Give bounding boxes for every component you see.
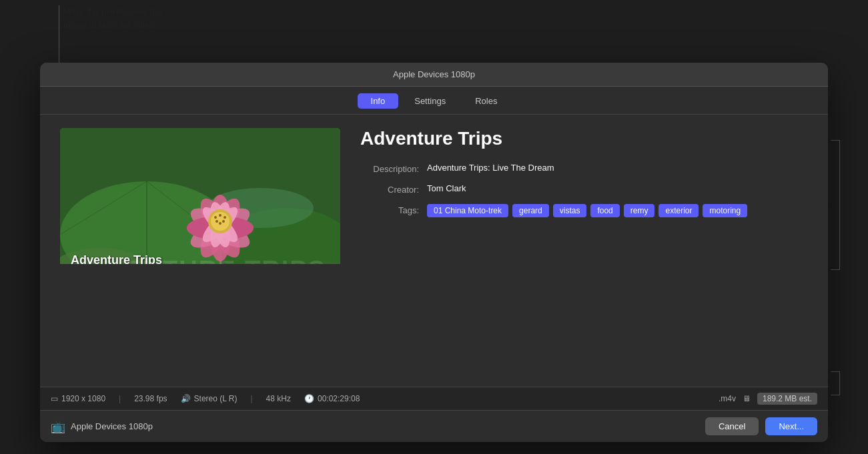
device-info: 📺 Apple Devices 1080p (51, 419, 153, 434)
content-spacer (40, 264, 828, 387)
info-panel: Adventure Trips Description: Adventure T… (360, 128, 808, 251)
sep2: | (250, 394, 252, 403)
device-icon: 📺 (51, 419, 65, 434)
thumbnail-title: Adventure Trips (71, 253, 162, 264)
pointer-annotation: Move the pointer over theimage to skim t… (63, 5, 237, 31)
video-thumbnail[interactable]: ADVENTURE TRIPS Adventure Trips Live the… (60, 128, 340, 264)
tags-container: 01 China Moto-trekgerardvistasfoodremyex… (427, 204, 747, 217)
monitor-icon: ▭ (51, 394, 58, 403)
tag-item: remy (624, 204, 655, 217)
creator-label: Creator: (360, 183, 427, 195)
tag-item: gerard (512, 204, 549, 217)
dialog-title: Apple Devices 1080p (393, 69, 475, 79)
creator-row: Creator: Tom Clark (360, 183, 808, 195)
svg-point-21 (214, 216, 217, 219)
tag-item: food (590, 204, 619, 217)
export-dialog: Apple Devices 1080p Info Settings Roles (40, 63, 828, 442)
dialog-content: ADVENTURE TRIPS Adventure Trips Live the… (40, 115, 828, 264)
tag-item: exterior (659, 204, 699, 217)
device-label: Apple Devices 1080p (71, 421, 153, 431)
duration-value: 00:02:29:08 (318, 394, 360, 403)
dialog-titlebar: Apple Devices 1080p (40, 63, 828, 87)
sample-rate-value: 48 kHz (266, 394, 291, 403)
tags-label: Tags: (360, 204, 427, 215)
file-format-value: .m4v (719, 394, 736, 403)
thumbnail-overlay: Adventure Trips Live the dream (71, 253, 162, 264)
framerate-value: 23.98 fps (134, 394, 167, 403)
tag-item: vistas (553, 204, 587, 217)
speaker-icon: 🔊 (181, 394, 191, 403)
duration-item: 🕐 00:02:29:08 (304, 394, 360, 403)
tag-item: 01 China Moto-trek (427, 204, 508, 217)
resolution-item: ▭ 1920 x 1080 (51, 394, 105, 403)
tab-info[interactable]: Info (358, 93, 399, 109)
bottom-bar: 📺 Apple Devices 1080p Cancel Next... (40, 410, 828, 442)
description-value: Adventure Trips: Live The Dream (427, 163, 808, 173)
svg-point-25 (222, 220, 225, 223)
creator-value: Tom Clark (427, 183, 808, 193)
next-button[interactable]: Next... (765, 417, 817, 435)
description-label: Description: (360, 163, 427, 174)
tab-roles[interactable]: Roles (462, 93, 510, 109)
clock-icon: 🕐 (304, 394, 314, 403)
tab-bar: Info Settings Roles (40, 87, 828, 115)
svg-point-26 (219, 222, 222, 225)
project-title: Adventure Trips (360, 128, 808, 149)
file-size-badge: 189.2 MB est. (757, 393, 817, 405)
audio-item: 🔊 Stereo (L R) (181, 394, 238, 403)
svg-point-23 (224, 216, 226, 219)
svg-point-24 (215, 220, 218, 223)
bottom-buttons: Cancel Next... (705, 417, 817, 435)
tab-settings[interactable]: Settings (401, 93, 459, 109)
tags-row: Tags: 01 China Moto-trekgerardvistasfood… (360, 204, 808, 217)
audio-value: Stereo (L R) (194, 394, 238, 403)
cancel-button[interactable]: Cancel (705, 417, 759, 435)
svg-point-22 (219, 214, 222, 217)
status-bar: ▭ 1920 x 1080 | 23.98 fps 🔊 Stereo (L R)… (40, 387, 828, 410)
display-icon: 🖥 (743, 394, 751, 403)
description-row: Description: Adventure Trips: Live The D… (360, 163, 808, 174)
resolution-value: 1920 x 1080 (61, 394, 105, 403)
sep1: | (119, 394, 121, 403)
thumbnail-svg (60, 128, 340, 264)
status-right: .m4v 🖥 189.2 MB est. (719, 393, 817, 405)
tag-item: motoring (703, 204, 747, 217)
